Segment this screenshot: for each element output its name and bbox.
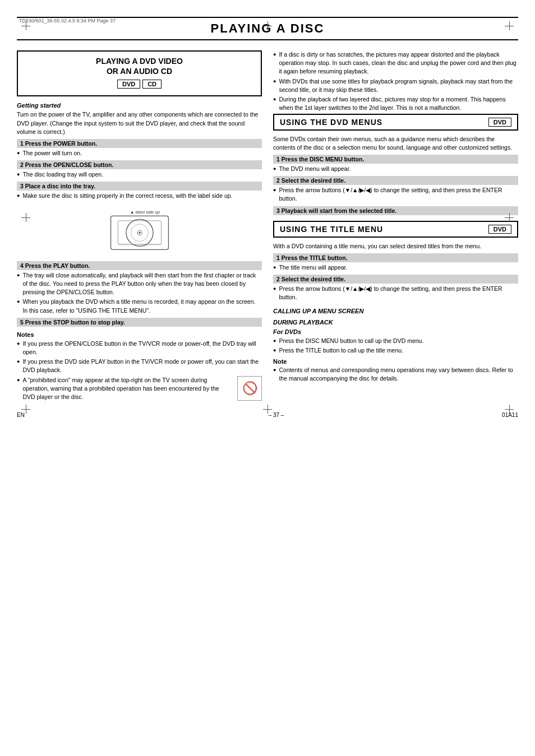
footer-page-number: – 37 – <box>50 412 502 418</box>
title-menu-step2: 2 Select the desired title. <box>273 275 518 284</box>
using-title-menu-header: USING THE TITLE MENU DVD <box>273 221 518 238</box>
using-dvd-menus-title: USING THE DVD MENUS <box>280 118 382 127</box>
dvd-menus-step1-bullet: The DVD menu will appear. <box>273 165 518 173</box>
step3-label: 3 Place a disc into the tray. <box>17 182 262 191</box>
disc-illustration: ▲ label side up <box>106 205 173 256</box>
step4-bullet2: When you playback the DVD which a title … <box>17 298 262 314</box>
using-dvd-menus-header: USING THE DVD MENUS DVD <box>273 114 518 131</box>
dvd-menus-step2: 2 Select the desired title. <box>273 176 518 185</box>
step1-bullet1: The power will turn on. <box>17 149 262 157</box>
note2: If you press the DVD side PLAY button in… <box>17 358 262 374</box>
calling-up-heading2: DURING PLAYBACK <box>273 319 518 326</box>
step4-bullet1: The tray will close automatically, and p… <box>17 271 262 297</box>
using-title-menu-title: USING THE TITLE MENU <box>280 225 383 234</box>
crosshair-bottom-center <box>263 405 272 414</box>
step2-bullet1: The disc loading tray will open. <box>17 170 262 179</box>
title-menu-step1: 1 Press the TITLE button. <box>273 253 518 262</box>
using-dvd-menus-body: Some DVDs contain their own menus, such … <box>273 135 518 152</box>
for-dvds-heading: For DVDs <box>273 328 518 335</box>
dvd-badge: DVD <box>117 80 140 89</box>
badge-row: DVD CD <box>24 80 255 89</box>
prohibited-icon-area: 🚫 <box>237 376 262 401</box>
right-bullet-3: During the playback of two layered disc,… <box>273 95 518 112</box>
calling-up-section: CALLING UP A MENU SCREEN DURING PLAYBACK <box>273 308 518 326</box>
right-bullet-1: If a disc is dirty or has scratches, the… <box>273 50 518 76</box>
crosshair-mid-right <box>505 213 514 222</box>
notes-content: If you press the OPEN/CLOSE button in th… <box>17 340 262 403</box>
right-column: If a disc is dirty or has scratches, the… <box>273 50 518 403</box>
playing-dvd-title-line1: PLAYING A DVD VIDEO <box>24 56 255 66</box>
calling-up-heading: CALLING UP A MENU SCREEN <box>273 308 518 314</box>
two-column-layout: PLAYING A DVD VIDEO OR AN AUDIO CD DVD C… <box>17 50 518 403</box>
page-meta: TD530/601_36-55 02.4.5 6:34 PM Page 37 <box>17 17 518 25</box>
disc-image-area: ▲ label side up <box>17 205 262 257</box>
cd-badge: CD <box>142 80 162 89</box>
step5-label: 5 Press the STOP button to stop play. <box>17 318 262 327</box>
svg-text:▲ label side up: ▲ label side up <box>130 210 160 215</box>
prohibited-icon: 🚫 <box>237 376 262 401</box>
dvd-menus-step3: 3 Playback will start from the selected … <box>273 206 518 215</box>
calling-up-note-heading: Note <box>273 358 518 365</box>
note3-row: A "prohibited icon" may appear at the to… <box>17 376 262 403</box>
calling-up-bullet2: Press the TITLE button to call up the ti… <box>273 346 518 355</box>
using-title-menu-body: With a DVD containing a title menu, you … <box>273 242 518 251</box>
step1-label: 1 Press the POWER button. <box>17 139 262 148</box>
crosshair-bottom-right <box>505 405 514 414</box>
page-container: TD530/601_36-55 02.4.5 6:34 PM Page 37 P… <box>17 17 518 418</box>
using-dvd-menus-badge: DVD <box>488 118 511 127</box>
title-menu-step2-bullet: Press the arrow buttons (▼/▲/▶/◀) to cha… <box>273 285 518 302</box>
note3: A "prohibited icon" may appear at the to… <box>17 376 233 402</box>
dvd-menus-step1: 1 Press the DISC MENU button. <box>273 155 518 164</box>
step3-bullet1: Make sure the disc is sitting properly i… <box>17 192 262 200</box>
note3-text: A "prohibited icon" may appear at the to… <box>17 376 233 403</box>
calling-up-bullet1: Press the DISC MENU button to call up th… <box>273 337 518 345</box>
crosshair-mid-left <box>21 213 30 222</box>
playing-dvd-section-box: PLAYING A DVD VIDEO OR AN AUDIO CD DVD C… <box>17 50 262 96</box>
step4-label: 4 Press the PLAY button. <box>17 261 262 270</box>
step2-label: 2 Press the OPEN/CLOSE button. <box>17 160 262 169</box>
meta-text: TD530/601_36-55 02.4.5 6:34 PM Page 37 <box>19 18 116 24</box>
dvd-menus-step2-bullet: Press the arrow buttons (▼/▲/▶/◀) to cha… <box>273 186 518 203</box>
left-column: PLAYING A DVD VIDEO OR AN AUDIO CD DVD C… <box>17 50 262 403</box>
calling-up-note-bullet: Contents of menus and corresponding menu… <box>273 366 518 383</box>
getting-started-heading: Getting started <box>17 102 262 109</box>
svg-point-5 <box>139 231 140 233</box>
playing-dvd-title-line2: OR AN AUDIO CD <box>24 66 255 76</box>
note1: If you press the OPEN/CLOSE button in th… <box>17 340 262 356</box>
right-bullet-2: With DVDs that use some titles for playb… <box>273 77 518 94</box>
using-title-menu-badge: DVD <box>488 225 511 234</box>
crosshair-bottom-left <box>21 405 30 414</box>
notes-heading: Notes <box>17 331 262 338</box>
title-menu-step1-bullet: The title menu will appear. <box>273 263 518 272</box>
getting-started-body: Turn on the power of the TV, amplifier a… <box>17 110 262 136</box>
prohibited-symbol: 🚫 <box>242 381 257 396</box>
